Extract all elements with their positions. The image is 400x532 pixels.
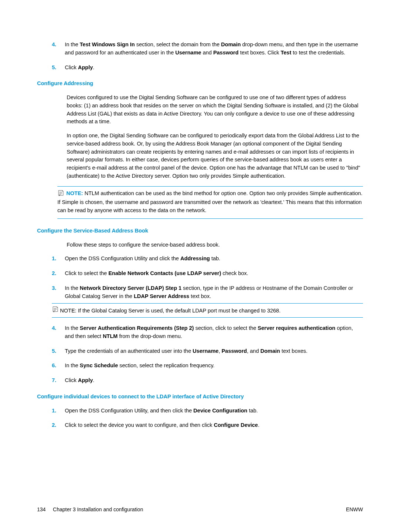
text: Click <box>65 64 78 70</box>
svc-step-2: 2. Click to select the Enable Network Co… <box>52 270 363 278</box>
step-number: 2. <box>52 270 56 278</box>
step-number: 4. <box>52 324 56 332</box>
svc-step-7: 7. Click Apply. <box>52 377 363 385</box>
text: section, click to select the <box>194 325 257 331</box>
step-number: 6. <box>52 362 56 370</box>
text: , <box>219 348 221 354</box>
note-text: If the Global Catalog Server is used, th… <box>78 308 280 314</box>
page-footer: 134 Chapter 3 Installation and configura… <box>37 506 363 513</box>
footer-right: ENWW <box>346 506 363 513</box>
page-number: 134 <box>37 506 46 512</box>
svc-step-3: 3. In the Network Directory Server (LDAP… <box>52 284 363 318</box>
heading-configure-individual-devices: Configure individual devices to connect … <box>37 393 363 401</box>
ind-step-2: 2. Click to select the device you want t… <box>52 421 363 429</box>
note-icon <box>57 190 64 199</box>
text: In the <box>65 325 80 331</box>
nested-note: NOTE: If the Global Catalog Server is us… <box>52 303 363 318</box>
svc-step-5: 5. Type the credentials of an authentica… <box>52 347 363 355</box>
text: text box. <box>189 293 211 299</box>
step-4: 4. In the Test Windows Sign In section, … <box>52 41 363 57</box>
bold: Username <box>193 348 219 354</box>
bold: NTLM <box>103 333 117 339</box>
text: from the drop-down menu. <box>118 333 182 339</box>
bold: Apply <box>78 377 93 383</box>
text: tab. <box>210 255 220 261</box>
text: to test the credentials. <box>291 50 346 56</box>
text: section, select the replication frequenc… <box>118 362 214 368</box>
bold: Sync Schedule <box>80 362 118 368</box>
svc-step-6: 6. In the Sync Schedule section, select … <box>52 362 363 370</box>
paragraph: Devices configured to use the Digital Se… <box>67 94 363 126</box>
heading-configure-addressing: Configure Addressing <box>37 80 363 88</box>
bold: Test <box>281 50 291 56</box>
text: . <box>93 377 94 383</box>
bold: Device Configuration <box>193 408 247 414</box>
ind-step-1: 1. Open the DSS Configuration Utility, a… <box>52 407 363 415</box>
step-number: 3. <box>52 284 56 292</box>
bold: Password <box>213 50 239 56</box>
step-number: 1. <box>52 407 56 415</box>
text: In the <box>65 362 80 368</box>
bold: Test Windows Sign In <box>80 41 135 47</box>
text: Open the DSS Configuration Utility, and … <box>65 408 193 414</box>
bold: Username <box>175 50 201 56</box>
svc-step-4: 4. In the Server Authentication Requirem… <box>52 324 363 341</box>
individual-steps: 1. Open the DSS Configuration Utility, a… <box>52 407 363 430</box>
text: , and <box>247 348 260 354</box>
text: Click to select the <box>65 270 109 276</box>
bold: Configure Device <box>214 422 258 428</box>
paragraph: In option one, the Digital Sending Softw… <box>67 132 363 180</box>
text: Type the credentials of an authenticated… <box>65 348 193 354</box>
step-number: 7. <box>52 377 56 385</box>
svc-step-1: 1. Open the DSS Configuration Utility an… <box>52 255 363 263</box>
note-icon <box>52 308 59 314</box>
text: Open the DSS Configuration Utility and c… <box>65 255 180 261</box>
bold: Apply <box>78 64 93 70</box>
text: Click <box>65 377 78 383</box>
bold: LDAP Server Address <box>134 293 189 299</box>
bold: Network Directory Server (LDAP) Step 1 <box>80 285 181 291</box>
step-number: 5. <box>52 64 56 72</box>
bold: Server requires authentication <box>258 325 336 331</box>
text: In the <box>65 285 80 291</box>
step-number: 2. <box>52 421 56 429</box>
note-text: NTLM authentication can be used as the b… <box>57 190 363 214</box>
bold: Server Authentication Requirements (Step… <box>80 325 194 331</box>
text: section, select the domain from the <box>135 41 221 47</box>
note-label: NOTE: <box>60 308 76 314</box>
bold: Password <box>221 348 247 354</box>
bold: Addressing <box>180 255 210 261</box>
paragraph: Follow these steps to configure the serv… <box>67 241 363 249</box>
text: tab. <box>247 408 258 414</box>
note-block: NOTE: NTLM authentication can be used as… <box>57 186 363 219</box>
text: . <box>258 422 259 428</box>
step-number: 1. <box>52 255 56 263</box>
chapter-label: Chapter 3 Installation and configuration <box>53 506 143 512</box>
text: In the <box>65 41 80 47</box>
text: text boxes. <box>280 348 307 354</box>
bold: Domain <box>221 41 241 47</box>
top-continuing-steps: 4. In the Test Windows Sign In section, … <box>52 41 363 71</box>
service-steps: 1. Open the DSS Configuration Utility an… <box>52 255 363 385</box>
text: . <box>93 64 94 70</box>
bold: Domain <box>260 348 280 354</box>
text: Click to select the device you want to c… <box>65 422 214 428</box>
text: check box. <box>221 270 248 276</box>
heading-configure-service-based: Configure the Service-Based Address Book <box>37 227 363 235</box>
text: text boxes. Click <box>239 50 281 56</box>
note-label: NOTE: <box>66 190 83 196</box>
step-5: 5. Click Apply. <box>52 64 363 72</box>
step-number: 4. <box>52 41 56 49</box>
bold: Enable Network Contacts (use LDAP server… <box>109 270 221 276</box>
text: and <box>201 50 213 56</box>
step-number: 5. <box>52 347 56 355</box>
